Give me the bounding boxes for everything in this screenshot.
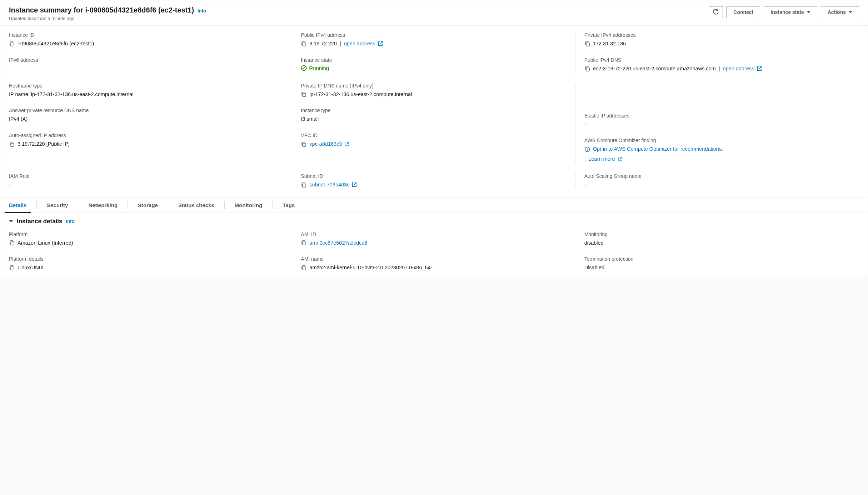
external-link-icon	[618, 156, 623, 161]
external-link-icon	[378, 41, 383, 46]
copy-icon[interactable]	[584, 41, 590, 47]
instance-state-button[interactable]: Instance state	[764, 6, 817, 18]
svg-rect-10	[11, 242, 14, 245]
instance-id-value: i-090805d4321e8d6f6 (ec2-test1)	[18, 40, 94, 48]
svg-rect-9	[303, 184, 306, 187]
copy-icon[interactable]	[584, 66, 590, 72]
svg-rect-7	[303, 143, 306, 146]
tab-monitoring[interactable]: Monitoring	[235, 198, 262, 212]
svg-rect-6	[303, 93, 306, 96]
termination-label: Termination protection	[584, 256, 859, 262]
instance-type-value: t3.small	[301, 115, 567, 123]
chevron-down-icon	[807, 11, 810, 13]
summary-grid: Instance ID i-090805d4321e8d6f6 (ec2-tes…	[0, 26, 868, 198]
svg-rect-12	[303, 242, 306, 245]
info-link[interactable]: Info	[66, 219, 75, 224]
copy-icon[interactable]	[301, 240, 306, 246]
auto-ip-label: Auto-assigned IP address	[9, 132, 283, 138]
asg-label: Auto Scaling Group name	[584, 173, 859, 179]
actions-button[interactable]: Actions	[821, 6, 859, 18]
hostname-type-value: IP name: ip-172-31-32-136.us-east-2.comp…	[9, 91, 283, 99]
optimizer-label: AWS Compute Optimizer finding	[584, 138, 859, 143]
copy-icon[interactable]	[9, 240, 15, 246]
hostname-type-label: Hostname type	[9, 83, 283, 89]
copy-icon[interactable]	[301, 265, 306, 271]
instance-id-label: Instance ID	[9, 32, 283, 38]
svg-rect-11	[11, 267, 14, 270]
termination-value: Disabled	[584, 264, 859, 272]
refresh-icon	[713, 9, 719, 16]
external-link-icon	[757, 66, 762, 71]
elastic-ip-label: Elastic IP addresses	[584, 113, 859, 119]
tab-tags[interactable]: Tags	[283, 198, 295, 212]
iam-role-value: –	[9, 181, 283, 189]
copy-icon[interactable]	[301, 41, 306, 47]
private-ipv4-label: Private IPv4 addresses	[584, 32, 859, 38]
refresh-button[interactable]	[709, 6, 723, 18]
section-title: Instance details	[17, 218, 63, 225]
ami-name-value: amzn2-ami-kernel-5.10-hvm-2.0.20230207.0…	[309, 264, 432, 272]
auto-ip-value: 3.19.72.220 [Public IP]	[18, 140, 70, 148]
ami-id-link[interactable]: ami-0cc87e5027adcdca8	[309, 239, 367, 247]
chevron-down-icon	[849, 11, 852, 13]
page-title: Instance summary for i-090805d4321e8d6f6…	[9, 6, 194, 14]
instance-state-label: Instance state	[301, 57, 567, 63]
connect-label: Connect	[733, 9, 753, 15]
public-ipv4-value: 3.19.72.220	[309, 40, 337, 48]
info-link[interactable]: Info	[198, 8, 206, 14]
page-header: Instance summary for i-090805d4321e8d6f6…	[0, 0, 868, 26]
public-dns-value: ec2-3-19-72-220.us-east-2.compute.amazon…	[593, 65, 716, 73]
tab-details[interactable]: Details	[9, 198, 26, 212]
svg-rect-3	[586, 43, 589, 46]
private-dns-label: Private IP DNS name (IPv4 only)	[301, 83, 567, 89]
vpc-id-label: VPC ID	[301, 132, 567, 138]
tab-status-checks[interactable]: Status checks	[178, 198, 214, 212]
info-icon	[584, 146, 590, 152]
copy-icon[interactable]	[301, 91, 306, 97]
iam-role-label: IAM Role	[9, 173, 283, 179]
answer-dns-value: IPv4 (A)	[9, 115, 283, 123]
vpc-id-link[interactable]: vpc-a8d163c3	[309, 140, 349, 148]
platform-details-value: Linux/UNIX	[18, 264, 44, 272]
copy-icon[interactable]	[301, 182, 306, 188]
tab-storage[interactable]: Storage	[138, 198, 158, 212]
public-dns-label: Public IPv4 DNS	[584, 57, 859, 63]
open-address-link[interactable]: open address	[723, 65, 762, 73]
actions-label: Actions	[828, 9, 846, 15]
monitoring-value: disabled	[584, 239, 859, 247]
instance-state-value: Running	[301, 65, 567, 71]
copy-icon[interactable]	[9, 265, 15, 271]
svg-rect-13	[303, 267, 306, 270]
svg-rect-5	[11, 143, 14, 146]
instance-type-label: Instance type	[301, 108, 567, 113]
optimizer-link[interactable]: Opt-in to AWS Compute Optimizer for reco…	[593, 145, 723, 153]
check-circle-icon	[301, 65, 307, 71]
asg-value: –	[584, 181, 859, 189]
platform-details-label: Platform details	[9, 256, 284, 262]
copy-icon[interactable]	[9, 141, 15, 147]
instance-state-label: Instance state	[770, 9, 804, 15]
copy-icon[interactable]	[9, 41, 15, 47]
tab-security[interactable]: Security	[47, 198, 68, 212]
connect-button[interactable]: Connect	[727, 6, 760, 18]
svg-rect-0	[11, 43, 14, 46]
external-link-icon	[352, 182, 357, 187]
external-link-icon	[344, 141, 349, 146]
collapse-caret-icon[interactable]	[9, 220, 13, 222]
learn-more-link[interactable]: Learn more	[588, 155, 622, 163]
platform-value: Amazon Linux (Inferred)	[18, 239, 73, 247]
subnet-id-link[interactable]: subnet-703b403c	[309, 181, 357, 189]
updated-text: Updated less than a minute ago	[9, 16, 709, 21]
platform-label: Platform	[9, 231, 284, 237]
answer-dns-label: Answer private resource DNS name	[9, 108, 283, 113]
tab-networking[interactable]: Networking	[88, 198, 118, 212]
svg-rect-1	[303, 43, 306, 46]
ami-id-label: AMI ID	[301, 231, 567, 237]
open-address-link[interactable]: open address	[344, 40, 383, 48]
monitoring-label: Monitoring	[584, 231, 859, 237]
ipv6-label: IPv6 address	[9, 57, 283, 63]
copy-icon[interactable]	[301, 141, 306, 147]
tabs: Details Security Networking Storage Stat…	[0, 198, 868, 212]
public-ipv4-label: Public IPv4 address	[301, 32, 567, 38]
elastic-ip-value: –	[584, 121, 859, 129]
